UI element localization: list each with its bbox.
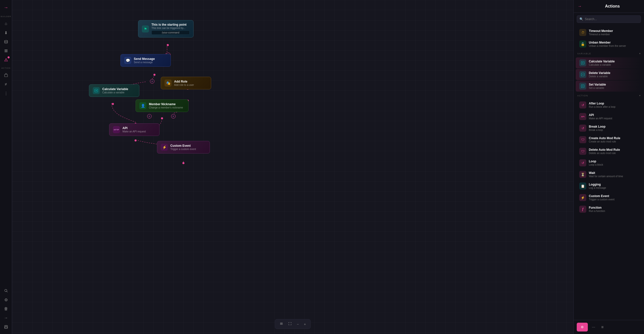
canvas-zoom-in-btn[interactable]: + bbox=[302, 321, 307, 327]
loop-subtitle: Loop a block bbox=[589, 163, 638, 166]
search-input[interactable] bbox=[585, 17, 638, 21]
api-panel-title: API bbox=[589, 113, 638, 117]
svg-rect-2 bbox=[5, 51, 8, 51]
create-auto-mod-title: Create Auto Mod Rule bbox=[589, 136, 638, 140]
action-item-set-variable[interactable]: Set Variable Set a variable bbox=[576, 81, 642, 92]
after-loop-subtitle: Run a block after a loop bbox=[589, 105, 638, 108]
sidebar-save-bottom-icon[interactable] bbox=[2, 323, 10, 331]
svg-rect-15 bbox=[280, 323, 283, 323]
action-item-custom-event-panel[interactable]: ⚡ Custom Event Trigger a custom event bbox=[576, 192, 642, 203]
action-item-unban-member[interactable]: 🔓 Unban Member Unban a member from the s… bbox=[576, 39, 642, 50]
action-item-after-loop[interactable]: ↺ After Loop Run a block after a loop bbox=[576, 99, 642, 110]
add-role-node[interactable]: 🎭 Add Role Add role to a user bbox=[161, 77, 211, 89]
action-section-divider: ACTION ▾ bbox=[574, 93, 644, 98]
remove-connection-2[interactable]: × bbox=[150, 79, 154, 84]
calculate-variable-title: Calculate Variable bbox=[589, 60, 638, 63]
function-subtitle: Run a function bbox=[589, 210, 638, 212]
calc-var-subtitle: Calculate a variable bbox=[102, 91, 136, 94]
sidebar-bottom: ⚙ 🗑 → bbox=[2, 287, 10, 331]
svg-rect-3 bbox=[5, 52, 8, 52]
after-loop-icon: ↺ bbox=[579, 101, 586, 108]
api-content: API Make an API request bbox=[122, 126, 156, 133]
action-item-wait[interactable]: ⏳ Wait Wait for certain amount of time bbox=[576, 169, 642, 180]
api-node[interactable]: HTTP API Make an API request bbox=[109, 123, 159, 136]
sidebar-export-bottom-icon[interactable]: → bbox=[2, 314, 10, 322]
panel-title: Actions bbox=[585, 4, 640, 9]
sidebar-package-icon[interactable] bbox=[2, 71, 10, 79]
builder-label: BUILDER bbox=[1, 15, 11, 18]
left-sidebar: → BUILDER ⌂ ⬇ ACTION ≠ ⋮ ⚙ 🗑 → bbox=[0, 0, 12, 334]
send-message-content: Send Message Send a message bbox=[134, 57, 167, 64]
canvas-zoom-out-btn[interactable]: − bbox=[295, 321, 300, 327]
sidebar-settings-bottom-icon[interactable]: ⚙ bbox=[2, 296, 10, 304]
action-item-logging[interactable]: 📋 Logging Log a message bbox=[576, 180, 642, 192]
logging-subtitle: Log a message bbox=[589, 187, 638, 189]
main-canvas[interactable]: ⚑ This is the starting point This tree c… bbox=[12, 0, 573, 334]
remove-connection-4[interactable]: × bbox=[147, 114, 152, 119]
sidebar-more-icon[interactable]: ⋮ bbox=[2, 89, 10, 97]
sidebar-download-icon[interactable]: ⬇ bbox=[2, 29, 10, 37]
loop-title: Loop bbox=[589, 160, 638, 163]
sidebar-trash-bottom-icon[interactable]: 🗑 bbox=[2, 305, 10, 313]
remove-connection-5[interactable]: × bbox=[171, 114, 176, 119]
right-panel: → Actions 🔍 ⏱ Timeout Member Timeout a m… bbox=[573, 0, 644, 334]
unban-member-subtitle: Unban a member from the server bbox=[589, 45, 638, 47]
calc-var-content: Calculate Variable Calculate a variable bbox=[102, 87, 136, 94]
canvas-align-btn[interactable] bbox=[278, 321, 285, 327]
action-item-break-loop[interactable]: ↺ Break Loop Break a loop bbox=[576, 123, 642, 134]
sidebar-search-bottom-icon[interactable] bbox=[2, 287, 10, 295]
sidebar-layers-icon[interactable] bbox=[2, 47, 10, 55]
connector-dot-3 bbox=[153, 74, 155, 76]
custom-event-panel-icon: ⚡ bbox=[579, 194, 586, 201]
panel-header-arrow: → bbox=[578, 4, 582, 9]
sidebar-home-icon[interactable]: ⌂ bbox=[2, 20, 10, 28]
sidebar-database-icon[interactable] bbox=[2, 38, 10, 46]
add-role-title: Add Role bbox=[174, 80, 207, 83]
action-item-timeout-member[interactable]: ⏱ Timeout Member Timeout a member bbox=[576, 27, 642, 38]
send-message-node[interactable]: 💬 Send Message Send a message bbox=[120, 54, 171, 67]
sidebar-alert-icon[interactable] bbox=[2, 56, 10, 64]
connector-dot-9 bbox=[161, 117, 163, 119]
action-item-delete-auto-mod[interactable]: 🛡 Delete Auto Mod Rule Delete an auto mo… bbox=[576, 146, 642, 157]
action-item-create-auto-mod[interactable]: 🛡 Create Auto Mod Rule Create an auto mo… bbox=[576, 134, 642, 145]
svg-rect-10 bbox=[5, 325, 7, 327]
footer-menu-btn[interactable]: ≡ bbox=[599, 323, 605, 331]
sidebar-collapse-arrow[interactable]: → bbox=[2, 3, 10, 12]
calc-var-title: Calculate Variable bbox=[102, 87, 136, 91]
create-auto-mod-icon: 🛡 bbox=[579, 136, 586, 143]
loop-icon: ↺ bbox=[579, 159, 586, 166]
canvas-toolbar: − + bbox=[275, 319, 311, 329]
unban-member-title: Unban Member bbox=[589, 41, 638, 44]
add-role-content: Add Role Add role to a user bbox=[174, 80, 207, 86]
start-node[interactable]: ⚑ This is the starting point This tree c… bbox=[138, 20, 194, 38]
set-variable-text: Set Variable Set a variable bbox=[589, 83, 638, 89]
search-bar[interactable]: 🔍 bbox=[577, 15, 641, 23]
footer-primary-btn[interactable]: ⚙ bbox=[577, 323, 588, 331]
action-item-calculate-variable[interactable]: Calculate Variable Calculate a variable bbox=[576, 57, 642, 68]
action-section-arrow: ▾ bbox=[639, 94, 640, 97]
start-node-command: /your-command bbox=[151, 30, 190, 35]
footer-more-btn[interactable]: ··· bbox=[590, 323, 597, 331]
svg-point-0 bbox=[5, 40, 8, 41]
loop-text: Loop Loop a block bbox=[589, 160, 638, 166]
sidebar-notequal-icon[interactable]: ≠ bbox=[2, 80, 10, 88]
break-loop-title: Break Loop bbox=[589, 125, 638, 128]
member-nickname-node[interactable]: 👤 Member Nickname Change a member's nick… bbox=[136, 99, 188, 112]
custom-event-title: Custom Event bbox=[170, 144, 206, 147]
action-item-api[interactable]: API API Make an API request bbox=[576, 111, 642, 122]
calculate-variable-node[interactable]: Calculate Variable Calculate a variable bbox=[89, 84, 139, 97]
api-icon: HTTP bbox=[113, 126, 120, 133]
panel-footer: ⚙ ··· ≡ bbox=[574, 320, 644, 334]
action-item-loop[interactable]: ↺ Loop Loop a block bbox=[576, 157, 642, 168]
calc-var-icon bbox=[93, 87, 100, 94]
custom-event-node[interactable]: ⚡ Custom Event Trigger a custom event bbox=[157, 141, 210, 154]
create-auto-mod-text: Create Auto Mod Rule Create an auto mod … bbox=[589, 136, 638, 143]
variable-section-divider: VARIABLE ▾ bbox=[574, 51, 644, 56]
delete-variable-title: Delete Variable bbox=[589, 71, 638, 75]
calculate-variable-text: Calculate Variable Calculate a variable bbox=[589, 60, 638, 66]
action-item-delete-variable[interactable]: Delete Variable Delete a variable bbox=[576, 69, 642, 80]
action-item-function[interactable]: ƒ Function Run a function bbox=[576, 204, 642, 215]
canvas-fit-btn[interactable] bbox=[287, 321, 293, 327]
timeout-member-title: Timeout Member bbox=[589, 29, 638, 33]
api-subtitle: Make an API request bbox=[122, 130, 156, 133]
